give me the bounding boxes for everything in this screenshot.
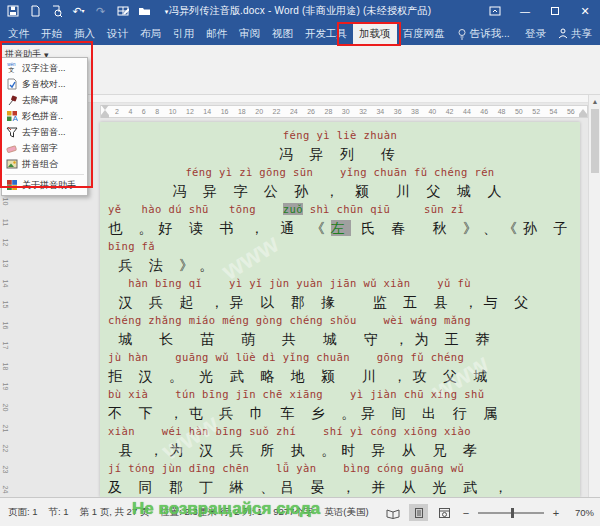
document-page[interactable]: féng yì liè zhuàn冯 异 列 传féng yì zì gōng … [100,122,580,497]
ribbon-content: 拼音助手▾ [0,45,600,95]
text-segment: yě hào dú shū tōng [108,203,283,215]
tab-审阅[interactable]: 审阅 [233,22,266,45]
tab-邮件[interactable]: 邮件 [200,22,233,45]
tab-label: 引用 [173,27,194,41]
draw-table-icon[interactable] [116,5,129,18]
title-bar: ↶▾↷▾ 冯异列传注音版.docx - Word (非商业用途) (未经授权产品… [0,0,600,22]
document-line-hanzi: 城 长 苗 萌 共 城 守 ，为 王 莽 [108,329,572,349]
tab-登录[interactable]: 登录 [519,22,552,45]
text-segment: hàn bīng qǐ yì yǐ jùn yuàn jiān wǔ xiàn … [108,277,471,289]
tab-设计[interactable]: 设计 [101,22,134,45]
text-segment: chéng zhǎng miáo méng gòng chéng shǒu wè… [108,314,471,326]
document-line-hanzi: 兵 法 》。 [108,255,572,275]
menu-item-pinyin-combine[interactable]: 拼音组合 [2,156,87,172]
zoom-level[interactable]: 70% [568,507,594,518]
read-mode-icon[interactable] [383,504,402,521]
open-folder-icon[interactable] [138,5,151,18]
vertical-ruler-number: 21 [2,423,9,433]
text-segment: 氏 春 秋 》、《孙 子 [351,220,574,236]
print-preview-icon[interactable] [50,5,63,18]
ruler-number: 22 [273,108,281,115]
status-item[interactable]: 第 1 页, 共 27 页 [80,506,150,519]
close-icon[interactable]: ✕ [570,0,600,22]
status-item[interactable]: 位置: 2.3厘米 行: 2 列: 1 [160,506,262,519]
customize-toolbar-icon[interactable]: ▾ [160,5,173,18]
polyphone-check-icon [5,78,18,91]
save-icon[interactable] [6,5,19,18]
tab-开发工具[interactable]: 开发工具 [299,22,353,45]
menu-item-hanzi-zhuyin[interactable]: wén文汉字注音... [2,60,87,76]
tab-视图[interactable]: 视图 [266,22,299,45]
scrollbar-thumb[interactable] [591,109,599,173]
tab-插入[interactable]: 插入 [68,22,101,45]
hanzi-zhuyin-icon: wén文 [5,62,18,75]
menu-item-about-pinyin[interactable]: 关于拼音助手... [2,177,87,193]
tab-告诉我[interactable]: 告诉我... [451,22,516,45]
zoom-out-button[interactable]: − [461,507,471,519]
menu-separator [5,174,84,175]
tab-label: 告诉我... [470,27,510,41]
tab-引用[interactable]: 引用 [167,22,200,45]
about-pinyin-icon [5,179,18,192]
ruler-number: 52 [532,108,540,115]
zoom-slider[interactable] [478,512,544,514]
redo-icon[interactable]: ↷ [94,5,107,18]
text-segment: 城 长 苗 萌 共 城 守 ，为 王 莽 [108,331,495,347]
text-segment: xiàn wéi hàn bīng suǒ zhí shí yì cóng xi… [108,425,471,437]
tab-label: 插入 [74,27,95,41]
menu-item-label: 去字留音... [22,126,66,139]
menu-item-label: 拼音组合 [22,158,58,171]
print-layout-icon[interactable] [409,504,428,521]
highlighted-text: 左 [331,220,351,236]
ruler-number: 14 [203,108,211,115]
tab-布局[interactable]: 布局 [134,22,167,45]
menu-item-polyphone-check[interactable]: 多音校对... [2,76,87,92]
tab-共享[interactable]: 共享 [552,22,598,45]
menu-item-keep-pinyin-filter[interactable]: 去字留音... [2,124,87,140]
document-area: ⌃ 24681012141618202224262830323436384042… [0,95,600,497]
right-indent-marker[interactable] [579,109,587,118]
keep-pinyin-filter-icon [5,126,18,139]
vertical-ruler-number: 11 [2,217,9,227]
tab-文件[interactable]: 文件 [2,22,35,45]
minimize-icon[interactable]: — [510,0,540,22]
maximize-icon[interactable] [540,0,570,22]
status-bar: 页面: 1节: 1第 1 页, 共 27 页位置: 2.3厘米 行: 2 列: … [0,497,600,526]
vertical-ruler-number: 22 [2,444,9,454]
status-item[interactable]: 9277个字 [273,506,313,519]
menu-item-label: 汉字注音... [22,62,66,75]
ruler-number: 26 [307,108,315,115]
tab-百度网盘[interactable]: 百度网盘 [397,22,451,45]
eraser-icon [5,142,18,155]
ribbon-bottom-strip: ⌃ [0,95,600,103]
ruler-number: 42 [446,108,454,115]
ruler-number: 34 [376,108,384,115]
tab-开始[interactable]: 开始 [35,22,68,45]
left-indent-marker[interactable] [101,105,109,118]
ruler-number: 18 [238,108,246,115]
web-layout-icon[interactable] [435,504,454,521]
status-item[interactable]: 英语(美国) [324,506,368,519]
horizontal-ruler[interactable]: 2468101214161820222426283032343638404244… [100,105,588,118]
menu-item-color-pinyin[interactable]: A彩色拼音.. [2,108,87,124]
menu-item-eraser[interactable]: 去音留字 [2,140,87,156]
zoom-slider-thumb[interactable] [511,508,514,518]
vertical-ruler-number: 18 [2,361,9,371]
vertical-ruler-number: 12 [2,238,9,248]
menu-item-remove-tone-pin[interactable]: 去除声调 [2,92,87,108]
ribbon-display-options-icon[interactable] [480,0,510,22]
zoom-in-button[interactable]: + [551,507,561,519]
text-segment: 拒 汉 。 光 武 略 地 颍 川 ，攻 父 城 [108,368,493,384]
status-item[interactable]: 节: 1 [49,506,69,519]
status-item[interactable]: 页面: 1 [8,506,38,519]
document-line-pinyin: chéng zhǎng miáo méng gòng chéng shǒu wè… [108,312,572,329]
undo-icon[interactable]: ↶▾ [72,5,85,18]
new-document-icon[interactable] [28,5,41,18]
vertical-scrollbar[interactable]: ▲ [588,95,600,497]
document-line-pinyin: jí tóng jùn dīng chēn lǚ yàn bìng cóng g… [108,460,572,477]
tab-加载项[interactable]: 加载项 [353,22,397,45]
ruler-number: 40 [428,108,436,115]
scroll-up-icon[interactable]: ▲ [589,95,600,107]
text-segment: jù hàn guāng wǔ lüè dì yǐng chuān gōng f… [108,351,464,363]
text-segment: 不 下 ，屯 兵 巾 车 乡 。异 间 出 行 属 [108,405,503,421]
